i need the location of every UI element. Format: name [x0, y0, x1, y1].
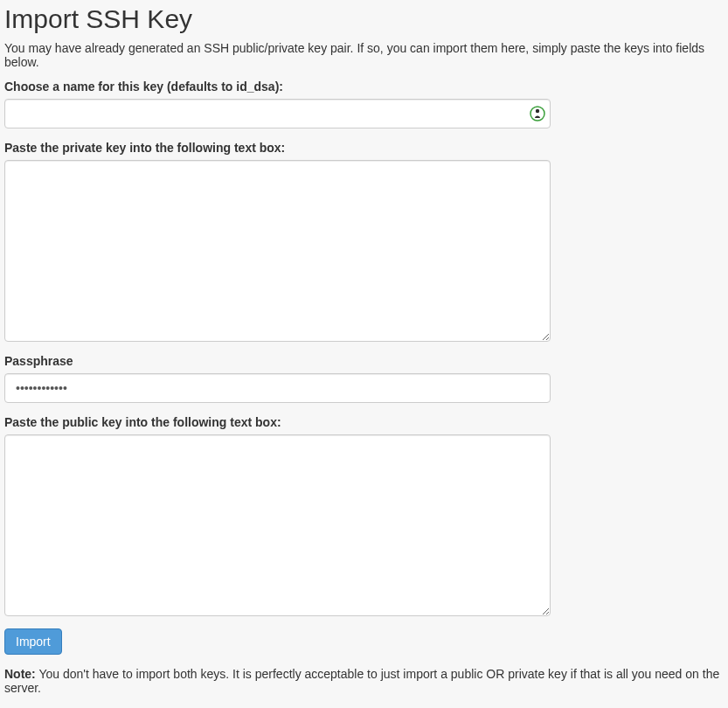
key-name-label: Choose a name for this key (defaults to … — [4, 80, 551, 94]
public-key-label: Paste the public key into the following … — [4, 415, 551, 429]
private-key-label: Paste the private key into the following… — [4, 141, 551, 155]
svg-point-1 — [536, 109, 539, 113]
public-key-textarea[interactable] — [4, 434, 551, 616]
passphrase-input[interactable] — [4, 373, 551, 403]
key-name-input[interactable] — [4, 99, 551, 128]
note-text: Note: You don't have to import both keys… — [4, 667, 724, 695]
password-manager-icon[interactable] — [530, 106, 545, 121]
note-prefix: Note: — [4, 667, 36, 681]
import-button[interactable]: Import — [4, 628, 62, 655]
page-intro: You may have already generated an SSH pu… — [4, 41, 724, 69]
private-key-textarea[interactable] — [4, 160, 551, 342]
page-title: Import SSH Key — [4, 4, 724, 34]
note-body: You don't have to import both keys. It i… — [4, 667, 719, 695]
passphrase-label: Passphrase — [4, 354, 551, 368]
svg-point-0 — [530, 107, 544, 121]
